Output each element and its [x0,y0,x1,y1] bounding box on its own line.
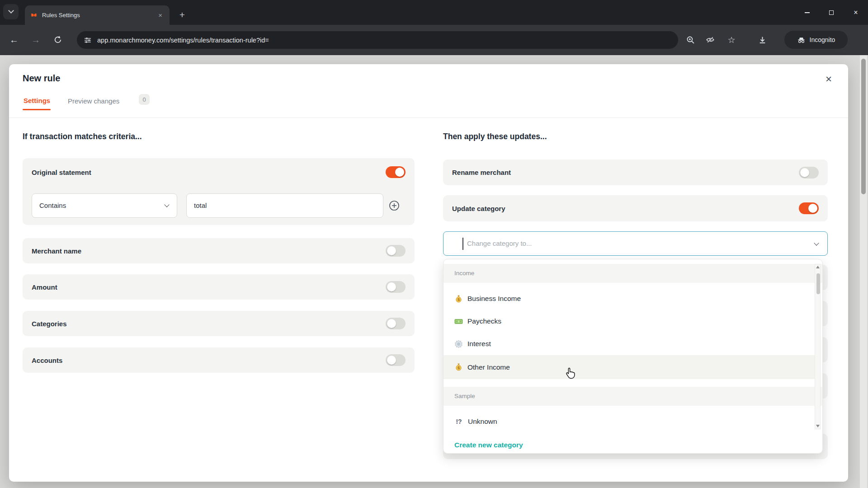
category-option-paychecks[interactable]: Paychecks [443,310,816,333]
categories-toggle[interactable] [386,318,406,329]
tabs-divider [9,117,848,118]
scroll-down-icon[interactable] [816,425,820,427]
maximize-button[interactable] [819,0,844,25]
active-tab-underline [23,109,51,110]
row-label: Amount [32,283,57,291]
option-label: Interest [467,340,491,348]
banknote-icon [454,317,463,326]
tab-settings[interactable]: Settings [24,97,50,104]
forward-button[interactable]: → [28,32,43,47]
group-header-income: Income [443,264,822,283]
merchant-name-toggle[interactable] [386,245,406,257]
browser-menu-button[interactable] [850,32,865,47]
statement-value-input[interactable]: total [186,193,383,218]
original-statement-toggle[interactable] [386,166,406,178]
row-label: Accounts [32,357,62,364]
row-label: Categories [32,320,67,328]
browser-navbar: ← → app.monarchmoney.com/settings/rules/… [0,25,868,55]
criteria-heading: If transaction matches criteria... [23,132,142,141]
tab-close-icon[interactable]: × [156,11,164,19]
scrollbar-thumb[interactable] [816,273,820,294]
criteria-row-categories: Categories [23,311,415,336]
preview-hidden-button[interactable] [703,32,718,47]
url-bar[interactable]: app.monarchmoney.com/settings/rules/tran… [77,31,678,49]
chevron-down-icon [8,8,14,14]
option-label: Business Income [467,295,521,303]
svg-text:$: $ [458,297,460,301]
criteria-row-amount: Amount [23,274,415,300]
category-option-interest[interactable]: Interest [443,333,816,355]
zoom-icon [686,36,695,44]
browser-titlebar: Rules Settings × + × [0,0,868,25]
text-caret [462,238,463,250]
tab-search-button[interactable] [3,4,19,19]
row-label: Rename merchant [452,169,511,176]
rename-merchant-toggle[interactable] [799,167,819,178]
page-scrollbar-thumb[interactable] [861,59,866,194]
reload-button[interactable] [50,32,66,47]
update-category-row: Update category [443,195,828,221]
window-controls: × [795,0,868,25]
option-label: Other Income [467,363,510,371]
bookmark-button[interactable]: ☆ [724,32,739,47]
medal-icon [454,340,463,348]
zoom-button[interactable] [683,32,698,47]
window-close-button[interactable]: × [844,0,868,25]
category-option-other-income[interactable]: $ Other Income [443,355,816,379]
modal-close-button[interactable]: × [821,71,836,87]
url-text[interactable]: app.monarchmoney.com/settings/rules/tran… [97,37,269,44]
mouse-cursor [564,367,577,380]
criteria-row-merchant-name: Merchant name [23,238,415,263]
category-select-input[interactable]: Change category to... [443,231,828,256]
minimize-icon [805,12,810,13]
minimize-button[interactable] [795,0,819,25]
svg-text:$: $ [458,366,460,370]
maximize-icon [829,10,834,15]
original-statement-label: Original statement [32,169,91,176]
scroll-up-icon[interactable] [816,266,820,268]
back-button[interactable]: ← [6,32,22,47]
monarch-favicon-icon [30,12,38,19]
category-option-unknown[interactable]: !? Unknown [443,410,816,433]
question-icon: !? [454,418,463,425]
page-viewport: New rule × Settings Preview changes 0 If… [0,55,868,488]
criteria-row-accounts: Accounts [23,347,415,373]
reload-icon [53,35,62,44]
update-category-toggle[interactable] [799,202,819,214]
page-scrollbar[interactable] [860,55,867,488]
operator-value: Contains [39,202,66,209]
incognito-icon [797,36,806,44]
modal-title: New rule [23,73,60,84]
dropdown-scrollbar[interactable] [815,264,821,429]
group-header-sample: Sample [443,387,822,406]
category-placeholder: Change category to... [467,232,532,255]
tab-title: Rules Settings [42,12,152,19]
downloads-button[interactable] [755,32,770,47]
new-tab-button[interactable]: + [175,8,189,22]
download-icon [758,36,767,44]
tab-preview-changes[interactable]: Preview changes [68,97,119,105]
accounts-toggle[interactable] [386,354,406,366]
original-statement-card: Original statement Contains total [23,158,415,225]
incognito-badge[interactable]: Incognito [784,31,848,49]
site-settings-icon [84,37,91,44]
create-new-category-link[interactable]: Create new category [443,436,822,454]
money-bag-icon: $ [454,295,463,303]
add-criteria-button[interactable] [389,200,400,211]
amount-toggle[interactable] [386,281,406,293]
category-dropdown: Income $ Business Income Paychecks [443,259,823,454]
chevron-down-icon [164,202,169,207]
new-rule-modal: New rule × Settings Preview changes 0 If… [9,64,848,482]
browser-tab[interactable]: Rules Settings × [25,5,170,25]
row-label: Update category [452,205,505,212]
chevron-down-icon [814,240,819,245]
preview-count-badge: 0 [139,94,150,105]
category-option-business-income[interactable]: $ Business Income [443,287,816,310]
eye-slash-icon [706,35,715,44]
incognito-label: Incognito [810,36,835,43]
operator-select[interactable]: Contains [32,193,177,218]
option-label: Paychecks [467,317,501,325]
updates-heading: Then apply these updates... [443,132,547,141]
statement-value: total [194,202,207,209]
money-bag-icon: $ [454,363,463,371]
